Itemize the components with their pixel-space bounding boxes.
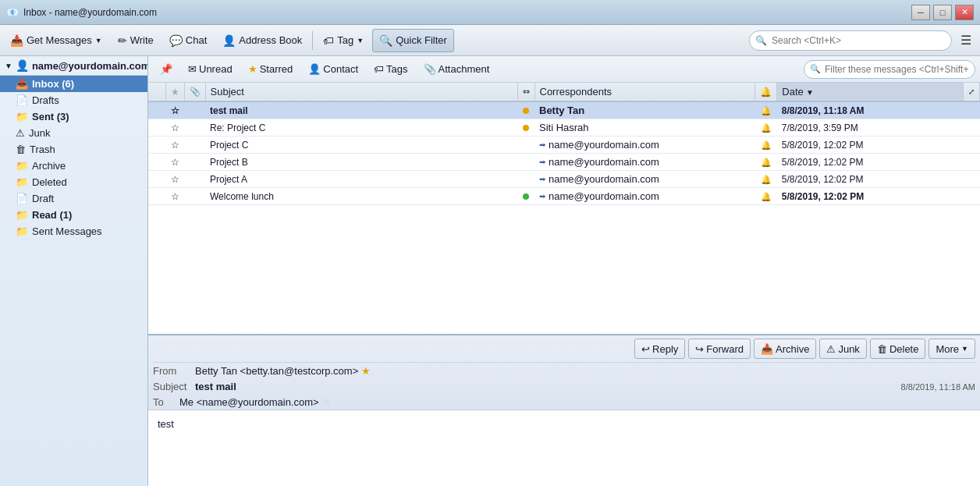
col-header-attach[interactable]: 📎 <box>184 83 205 101</box>
table-row[interactable]: ☆ Welcome lunch ➡ name@yourdomain.com 🔔 … <box>148 188 980 205</box>
table-row[interactable]: ☆ Project C ➡ name@yourdomain.com 🔔 5/8/… <box>148 137 980 154</box>
col-header-date[interactable]: Date ▼ <box>777 83 964 101</box>
col-header-reminder[interactable]: 🔔 <box>755 83 777 101</box>
account-header[interactable]: ▼ 👤 name@yourdomain.com <box>0 56 147 76</box>
table-row[interactable]: ☆ Project B ➡ name@yourdomain.com 🔔 5/8/… <box>148 154 980 171</box>
reminder-icon: 🔔 <box>761 106 772 115</box>
window-title: Inbox - name@yourdomain.com <box>23 7 911 18</box>
preview-body: test <box>148 410 980 486</box>
attach-cell <box>184 119 205 137</box>
subject-value: test mail <box>195 381 901 392</box>
correspondent-name: name@yourdomain.com <box>549 139 659 151</box>
chat-button[interactable]: 💬 Chat <box>162 29 214 52</box>
app-icon: 📧 <box>6 6 19 19</box>
write-button[interactable]: ✏ Write <box>111 29 161 52</box>
correspondent-cell: ➡ name@yourdomain.com <box>534 171 755 188</box>
junk-button[interactable]: ⚠ Junk <box>819 339 866 359</box>
to-star-icon[interactable]: ☆ <box>322 396 332 408</box>
sidebar-item-draft[interactable]: 📄 Draft <box>0 190 147 207</box>
reminder-cell: 🔔 <box>755 171 777 188</box>
more-arrow-icon: ▼ <box>961 345 968 353</box>
minimize-button[interactable]: ─ <box>911 5 930 20</box>
date-cell: 5/8/2019, 12:02 PM <box>777 188 964 205</box>
message-rows: ☆ test mail Betty Tan 🔔 8/8/2019, 11:18 … <box>148 101 980 205</box>
junk-icon: ⚠ <box>16 127 25 139</box>
close-button[interactable]: ✕ <box>955 5 974 20</box>
flag-cell <box>148 101 165 119</box>
preview-header: ↩ Reply ↪ Forward 📥 Archive ⚠ Junk <box>148 335 980 410</box>
correspondents-col-label: Correspondents <box>540 86 612 98</box>
star-cell[interactable]: ☆ <box>165 137 184 154</box>
correspondent-cell: ➡ name@yourdomain.com <box>534 137 755 154</box>
sidebar-item-read[interactable]: 📁 Read (1) <box>0 207 147 223</box>
quick-filter-button[interactable]: 🔍 Quick Filter <box>372 29 454 52</box>
reply-button[interactable]: ↩ Reply <box>634 339 685 359</box>
tag-icon: 🏷 <box>323 34 334 47</box>
sidebar-item-archive[interactable]: 📁 Archive <box>0 158 147 174</box>
address-book-icon: 👤 <box>222 34 236 47</box>
read-icon: 📁 <box>16 209 28 221</box>
maximize-button[interactable]: □ <box>933 5 952 20</box>
attachment-label: Attachment <box>439 63 490 75</box>
more-button[interactable]: More ▼ <box>929 339 975 359</box>
tag-button[interactable]: 🏷 Tag ▼ <box>316 29 371 52</box>
col-header-correspondents[interactable]: Correspondents <box>534 83 755 101</box>
subject-cell[interactable]: test mail <box>205 101 517 119</box>
star-cell[interactable]: ☆ <box>165 101 184 119</box>
sidebar-item-sent[interactable]: 📁 Sent (3) <box>0 108 147 125</box>
subject-cell[interactable]: Project A <box>205 171 517 188</box>
expand-cell <box>964 171 980 188</box>
from-star-icon[interactable]: ★ <box>361 365 371 377</box>
filter-contact-button[interactable]: 👤 Contact <box>301 59 365 80</box>
star-cell[interactable]: ☆ <box>165 188 184 205</box>
sidebar-item-deleted[interactable]: 📁 Deleted <box>0 174 147 190</box>
sidebar-item-trash[interactable]: 🗑 Trash <box>0 141 147 158</box>
filter-starred-button[interactable]: ★ Starred <box>241 59 300 80</box>
archive-button[interactable]: 📥 Archive <box>754 339 816 359</box>
subject-col-label: Subject <box>211 86 244 98</box>
table-row[interactable]: ☆ Project A ➡ name@yourdomain.com 🔔 5/8/… <box>148 171 980 188</box>
col-header-expand[interactable]: ⤢ <box>964 83 980 101</box>
col-header-star[interactable]: ★ <box>165 83 184 101</box>
subject-cell[interactable]: Project B <box>205 154 517 171</box>
filter-unread-button[interactable]: ✉ Unread <box>181 59 240 80</box>
preview-pane: ↩ Reply ↪ Forward 📥 Archive ⚠ Junk <box>148 334 980 486</box>
sidebar-item-junk[interactable]: ⚠ Junk <box>0 125 147 141</box>
junk-btn-icon: ⚠ <box>826 343 836 355</box>
filter-tags-button[interactable]: 🏷 Tags <box>367 59 414 80</box>
filter-pin-button[interactable]: 📌 <box>153 59 179 80</box>
sent-label: Sent (3) <box>32 111 69 122</box>
sidebar-item-drafts[interactable]: 📄 Drafts <box>0 92 147 108</box>
get-messages-button[interactable]: 📥 Get Messages ▼ <box>3 29 109 52</box>
star-cell[interactable]: ☆ <box>165 171 184 188</box>
forward-indicator-icon: ➡ <box>539 158 545 166</box>
sent-messages-icon: 📁 <box>16 225 28 237</box>
col-header-subject[interactable]: Subject <box>205 83 517 101</box>
menu-button[interactable]: ☰ <box>955 30 977 51</box>
col-header-flag[interactable] <box>148 83 165 101</box>
sidebar-item-inbox[interactable]: 📥 Inbox (6) <box>0 76 147 92</box>
correspondent-cell: Betty Tan <box>534 101 755 119</box>
search-input[interactable] <box>749 30 952 51</box>
subject-cell[interactable]: Project C <box>205 137 517 154</box>
delete-icon: 🗑 <box>877 343 887 355</box>
preview-to-row: To Me <name@yourdomain.com> ☆ <box>153 394 975 410</box>
forward-indicator-icon: ➡ <box>539 192 545 200</box>
star-cell[interactable]: ☆ <box>165 154 184 171</box>
titlebar: 📧 Inbox - name@yourdomain.com ─ □ ✕ <box>0 0 980 25</box>
subject-cell[interactable]: Welcome lunch <box>205 188 517 205</box>
delete-button[interactable]: 🗑 Delete <box>870 339 926 359</box>
table-row[interactable]: ☆ Re: Project C Siti Hasrah 🔔 7/8/2019, … <box>148 119 980 137</box>
expand-cell <box>964 137 980 154</box>
star-cell[interactable]: ☆ <box>165 119 184 137</box>
forward-button[interactable]: ↪ Forward <box>688 339 751 359</box>
col-header-status[interactable]: ⇔ <box>517 83 534 101</box>
address-book-button[interactable]: 👤 Address Book <box>215 29 309 52</box>
filter-attachment-button[interactable]: 📎 Attachment <box>417 59 497 80</box>
reply-icon: ↩ <box>641 343 650 355</box>
table-row[interactable]: ☆ test mail Betty Tan 🔔 8/8/2019, 11:18 … <box>148 101 980 119</box>
subject-cell[interactable]: Re: Project C <box>205 119 517 137</box>
filter-search-input[interactable] <box>804 60 975 79</box>
sidebar-item-sent-messages[interactable]: 📁 Sent Messages <box>0 223 147 239</box>
toolbar-separator-1 <box>312 31 313 50</box>
